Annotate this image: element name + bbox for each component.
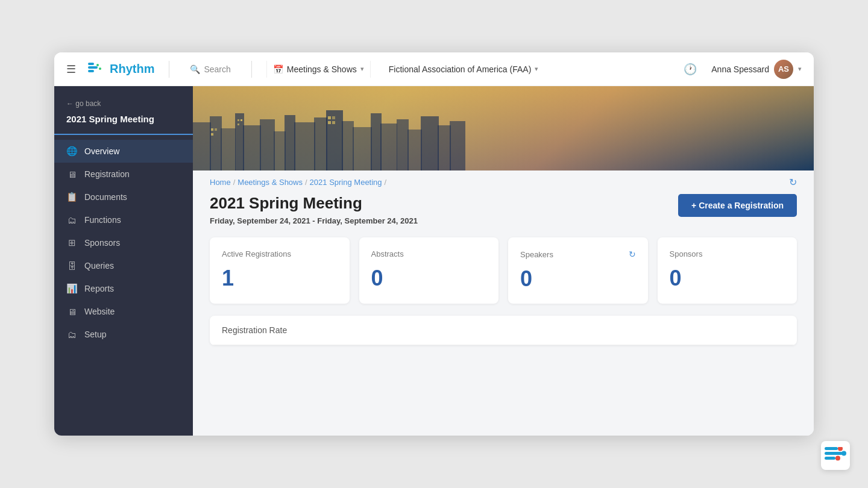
logo-area[interactable]: Rhythm: [88, 62, 154, 76]
section-header: Registration Rate: [210, 316, 797, 345]
stat-label-sponsors-stat: Sponsors: [670, 249, 785, 258]
svg-rect-24: [450, 121, 465, 170]
globe-icon: 🌐: [66, 146, 77, 157]
calendar-icon: 📅: [273, 64, 283, 74]
svg-rect-14: [314, 117, 327, 170]
svg-rect-18: [371, 113, 382, 170]
org-label: Fictional Association of America (FAA): [389, 64, 532, 74]
city-skyline: [193, 110, 814, 170]
sidebar-item-functions[interactable]: 🗂 Functions: [54, 208, 193, 231]
svg-rect-29: [241, 119, 242, 121]
user-area[interactable]: Anna Spessard AS ▾: [711, 60, 802, 79]
search-area[interactable]: 🔍 Search: [184, 61, 236, 78]
search-icon: 🔍: [190, 64, 200, 74]
stats-row: Active Registrations 1 Abstracts 0 Speak…: [210, 237, 797, 304]
org-dropdown[interactable]: Fictional Association of America (FAA) ▾: [383, 61, 545, 78]
svg-rect-3: [96, 64, 99, 66]
svg-rect-17: [353, 127, 372, 170]
svg-rect-22: [421, 116, 439, 170]
sidebar-item-setup[interactable]: 🗂 Setup: [54, 323, 193, 346]
sidebar-item-label-functions: Functions: [84, 215, 121, 225]
website-icon: 🖥: [66, 306, 77, 317]
user-chevron-icon: ▾: [798, 65, 802, 73]
sidebar-item-website[interactable]: 🖥 Website: [54, 300, 193, 323]
stat-card-abstracts: Abstracts 0: [359, 237, 499, 304]
logo-icon: [88, 63, 105, 76]
queries-icon: 🗄: [66, 260, 77, 271]
chevron-down-icon: ▾: [360, 65, 364, 73]
svg-rect-28: [237, 119, 239, 121]
functions-icon: 🗂: [66, 214, 77, 225]
svg-rect-30: [237, 124, 239, 125]
breadcrumb-meeting[interactable]: 2021 Spring Meeting: [310, 178, 382, 187]
svg-rect-13: [294, 122, 315, 170]
breadcrumb-sep-3: /: [385, 178, 387, 187]
stat-value-abstracts: 0: [371, 266, 487, 291]
svg-rect-16: [342, 121, 354, 170]
top-nav: ☰ Rhythm 🔍 Search 📅 Meetings & Shows ▾ F…: [54, 52, 814, 86]
svg-rect-7: [221, 128, 236, 170]
meetings-shows-dropdown[interactable]: 📅 Meetings & Shows ▾: [266, 61, 371, 78]
sidebar-item-label-overview: Overview: [84, 146, 119, 156]
breadcrumb-sep-1: /: [233, 178, 236, 187]
content-main: 2021 Spring Meeting Friday, September 24…: [193, 194, 814, 362]
meeting-header: 2021 Spring Meeting Friday, September 24…: [210, 194, 797, 225]
section-title: Registration Rate: [222, 325, 287, 335]
stat-card-sponsors: Sponsors 0: [658, 237, 797, 304]
svg-rect-4: [99, 67, 101, 70]
meeting-info: 2021 Spring Meeting Friday, September 24…: [210, 194, 418, 225]
browser-frame: ☰ Rhythm 🔍 Search 📅 Meetings & Shows ▾ F…: [54, 52, 814, 436]
svg-rect-34: [332, 121, 335, 124]
svg-rect-25: [211, 128, 213, 131]
svg-rect-20: [397, 119, 409, 170]
svg-rect-5: [193, 122, 211, 170]
sidebar-item-label-reports: Reports: [84, 284, 114, 293]
breadcrumb-bar: Home / Meetings & Shows / 2021 Spring Me…: [193, 170, 814, 194]
reports-icon: 📊: [66, 283, 77, 294]
stat-card-active-registrations: Active Registrations 1: [210, 237, 350, 304]
sidebar-item-reports[interactable]: 📊 Reports: [54, 277, 193, 300]
meetings-label: Meetings & Shows: [287, 64, 357, 74]
sidebar-item-registration[interactable]: 🖥 Registration: [54, 163, 193, 186]
svg-rect-10: [260, 119, 275, 170]
sidebar-item-documents[interactable]: 📋 Documents: [54, 186, 193, 208]
nav-divider-2: [251, 61, 252, 78]
sponsors-icon: ⊞: [66, 237, 77, 248]
svg-rect-12: [285, 115, 295, 170]
chevron-down-icon-2: ▾: [535, 65, 538, 73]
svg-rect-6: [210, 116, 222, 170]
sidebar-item-sponsors[interactable]: ⊞ Sponsors: [54, 231, 193, 254]
svg-rect-31: [328, 116, 331, 119]
hamburger-icon[interactable]: ☰: [66, 63, 76, 76]
sidebar-item-queries[interactable]: 🗄 Queries: [54, 254, 193, 277]
stat-value-speakers: 0: [520, 266, 636, 292]
sidebar-item-label-website: Website: [84, 307, 115, 316]
search-label: Search: [204, 64, 230, 74]
svg-rect-19: [380, 124, 397, 170]
svg-rect-2: [88, 70, 94, 72]
logo-text: Rhythm: [110, 62, 154, 76]
stat-label-active-registrations: Active Registrations: [222, 249, 338, 258]
svg-rect-23: [438, 125, 451, 170]
page-refresh-icon[interactable]: ↻: [789, 177, 797, 188]
breadcrumb-meetings[interactable]: Meetings & Shows: [237, 178, 303, 187]
meeting-title: 2021 Spring Meeting: [210, 194, 418, 213]
documents-icon: 📋: [66, 192, 77, 202]
nav-divider: [169, 61, 169, 78]
go-back-link[interactable]: ← go back: [54, 96, 193, 111]
stat-card-speakers: Speakers ↻ 0: [508, 237, 648, 304]
svg-rect-32: [332, 116, 335, 119]
speakers-refresh-icon[interactable]: ↻: [629, 249, 636, 259]
sidebar-item-overview[interactable]: 🌐 Overview: [54, 140, 193, 163]
svg-rect-0: [88, 63, 94, 65]
history-icon[interactable]: 🕐: [681, 60, 699, 78]
avatar: AS: [774, 60, 793, 79]
breadcrumb-home[interactable]: Home: [210, 178, 231, 187]
stat-value-sponsors: 0: [670, 266, 785, 291]
sidebar-item-label-sponsors: Sponsors: [84, 238, 120, 248]
svg-rect-27: [211, 133, 213, 136]
breadcrumb-sep-2: /: [305, 178, 307, 187]
user-name: Anna Spessard: [711, 64, 769, 74]
sidebar-item-label-queries: Queries: [84, 261, 114, 271]
create-registration-button[interactable]: + Create a Registration: [678, 194, 797, 217]
